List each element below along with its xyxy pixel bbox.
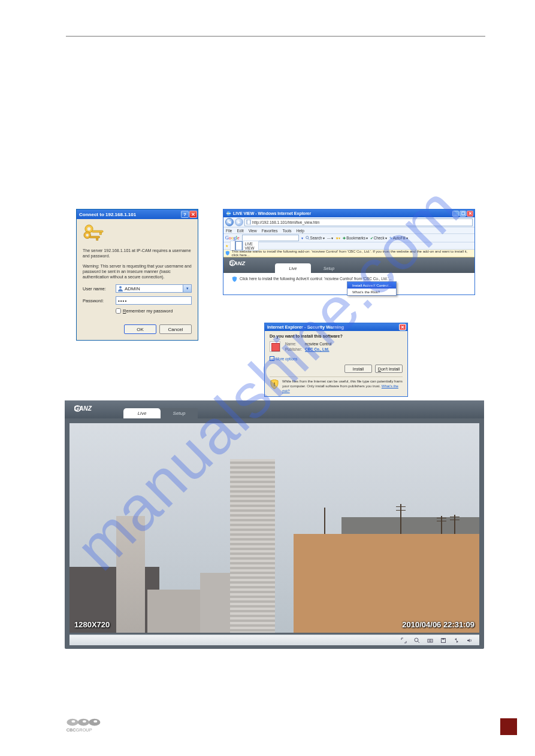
ie-icon (226, 211, 231, 216)
svg-point-5 (86, 233, 89, 236)
ok-button[interactable]: OK (124, 324, 156, 334)
install-activex-item[interactable]: Install ActiveX Control... (347, 282, 396, 289)
svg-point-19 (415, 638, 418, 642)
menu-favorites[interactable]: Favorites (262, 229, 278, 233)
live-view-panel: GANZ Live Setup 1280X (65, 400, 484, 649)
tab-setup[interactable]: Setup (161, 408, 198, 418)
svg-point-22 (430, 640, 431, 642)
username-label: User name: (83, 286, 116, 292)
warning-shield-icon: ! (270, 379, 279, 389)
google-check[interactable]: ✔ Check ▾ (370, 236, 387, 240)
camera-icon (427, 637, 433, 643)
person-icon (117, 286, 123, 292)
address-bar[interactable]: http://192.168.1.101/html/live_view.htm (244, 218, 473, 226)
flip-button[interactable] (451, 636, 463, 645)
back-button[interactable]: ◄ (225, 218, 234, 226)
password-value: •••• (118, 298, 127, 303)
svg-point-11 (306, 236, 308, 239)
menu-view[interactable]: View (249, 229, 257, 233)
whats-the-risk-item[interactable]: What's the Risk? (347, 289, 396, 295)
close-button[interactable]: ✕ (467, 211, 473, 217)
svg-point-8 (119, 286, 122, 289)
forward-button[interactable]: ► (235, 218, 243, 226)
svg-rect-24 (442, 638, 445, 639)
minimize-button[interactable]: _ (452, 211, 459, 217)
dont-install-button[interactable]: Don't Install (375, 365, 403, 373)
chevron-down-icon: ⌄ (270, 356, 274, 361)
page-icon (234, 241, 243, 250)
menu-file[interactable]: File (226, 229, 232, 233)
flip-icon (454, 637, 460, 643)
software-name: ncsview Control (305, 342, 331, 346)
resolution-overlay: 1280X720 (74, 620, 110, 629)
remember-checkbox[interactable]: Remember my password (116, 308, 192, 314)
menu-tools[interactable]: Tools (282, 229, 291, 233)
security-warning-dialog: Internet Explorer - Security Warning ✕ D… (264, 323, 408, 397)
svg-point-28 (72, 720, 75, 722)
header-rule (66, 36, 485, 37)
infobar-text: This website wants to install the follow… (232, 250, 473, 257)
favorites-icon[interactable]: ★ (225, 244, 228, 248)
google-autofill[interactable]: ✎ AutoFill ▾ (389, 236, 408, 240)
svg-point-29 (83, 720, 86, 722)
svg-text:GANZ: GANZ (74, 405, 92, 412)
secwarn-titlebar[interactable]: Internet Explorer - Security Warning ✕ (265, 323, 407, 331)
close-button[interactable]: ✕ (189, 211, 197, 218)
browser-menu-bar[interactable]: File Edit View Favorites Tools Help (223, 227, 474, 234)
name-label: Name: (285, 342, 304, 346)
snapshot-button[interactable] (424, 636, 436, 645)
activex-info-bar[interactable]: This website wants to install the follow… (223, 250, 474, 257)
close-button[interactable]: ✕ (399, 324, 406, 330)
publisher-link[interactable]: CBC Co., Ltd. (305, 347, 330, 351)
menu-edit[interactable]: Edit (237, 229, 243, 233)
auth-server-msg: The server 192.168.1.101 at IP-CAM requi… (83, 248, 192, 259)
install-button[interactable]: Install (344, 365, 372, 373)
auth-warning-msg: Warning: This server is requesting that … (83, 263, 192, 280)
zoom-button[interactable] (411, 636, 423, 645)
remember-label: emember my password (126, 308, 173, 314)
tab-setup[interactable]: Setup (311, 263, 347, 273)
page-number-block (500, 718, 517, 735)
svg-point-30 (93, 720, 97, 722)
svg-rect-13 (235, 241, 243, 250)
live-header: GANZ Live Setup (65, 400, 484, 418)
svg-line-12 (308, 239, 309, 240)
password-input[interactable]: •••• (116, 296, 192, 305)
activex-context-menu[interactable]: Install ActiveX Control... What's the Ri… (347, 281, 397, 296)
google-more[interactable]: ⋯ ▾ (327, 236, 334, 240)
activex-hint-area: Click here to install the following Acti… (223, 273, 474, 294)
cancel-button[interactable]: Cancel (159, 324, 192, 334)
search-icon (306, 236, 310, 240)
ganz-logo: GANZ (229, 260, 262, 267)
remember-checkbox-input[interactable] (116, 308, 121, 314)
google-bookmarks[interactable]: ✚ Bookmarks▾ (343, 236, 368, 240)
video-feed: 1280X720 2010/04/06 22:31:09 (69, 423, 479, 633)
maximize-button[interactable]: ☐ (460, 211, 466, 217)
username-value: ADMIN (125, 286, 140, 292)
tab-live[interactable]: Live (275, 263, 311, 273)
google-search-button[interactable]: Search ▾ (306, 236, 325, 240)
search-icon (414, 637, 420, 643)
auth-title: Connect to 192.168.1.101 (79, 212, 136, 217)
cbc-group-logo: CBCGROUP (66, 718, 111, 735)
menu-help[interactable]: Help (297, 229, 304, 233)
shield-icon (232, 277, 237, 282)
camera-header: GANZ Live Setup (223, 257, 474, 273)
favorites-bar: ★ LIVE VIEW (223, 242, 474, 250)
auth-titlebar[interactable]: Connect to 192.168.1.101 ? ✕ (77, 210, 198, 219)
username-select[interactable]: ADMIN ▾ (116, 284, 192, 293)
record-button[interactable] (437, 636, 449, 645)
svg-rect-10 (247, 220, 250, 224)
star-icon[interactable]: ★▾ (335, 236, 340, 240)
audio-button[interactable] (464, 636, 476, 645)
expand-button[interactable] (398, 636, 410, 645)
chevron-down-icon[interactable]: ▾ (183, 285, 191, 292)
more-options-toggle[interactable]: ⌄ More options (270, 356, 403, 361)
tab-live[interactable]: Live (123, 408, 161, 418)
ganz-logo: GANZ (74, 405, 110, 413)
svg-rect-3 (99, 232, 101, 235)
browser-window: LIVE VIEW - Windows Internet Explorer _ … (223, 209, 475, 295)
help-button[interactable]: ? (181, 211, 189, 218)
browser-titlebar[interactable]: LIVE VIEW - Windows Internet Explorer _ … (223, 210, 474, 217)
package-icon (270, 341, 280, 352)
